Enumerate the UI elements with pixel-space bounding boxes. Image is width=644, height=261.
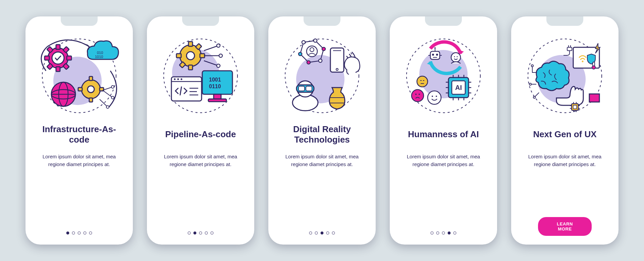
svg-point-120 <box>531 65 533 67</box>
svg-point-44 <box>219 54 222 57</box>
svg-rect-37 <box>200 54 205 58</box>
dot-0[interactable] <box>66 231 69 234</box>
illustration-digital-reality <box>280 34 364 118</box>
svg-point-101 <box>432 96 433 97</box>
svg-point-29 <box>106 106 109 108</box>
svg-text:1010: 1010 <box>95 55 103 59</box>
phone-notch <box>61 16 98 26</box>
dot-4[interactable] <box>453 231 457 234</box>
dot-1[interactable] <box>436 231 439 234</box>
svg-rect-132 <box>573 105 577 109</box>
card-description: Lorem ipsum dolor sit amet, mea regione … <box>399 153 488 168</box>
svg-point-93 <box>417 76 428 87</box>
svg-point-122 <box>533 96 535 98</box>
illustration-infra: 010 1010 <box>37 34 121 118</box>
card-title: Humanness of AI <box>408 124 479 145</box>
svg-point-15 <box>88 86 94 93</box>
dot-1[interactable] <box>72 231 75 234</box>
svg-point-102 <box>436 96 437 97</box>
svg-point-98 <box>415 94 417 95</box>
pagination-dots <box>309 231 335 234</box>
dot-4[interactable] <box>89 231 92 234</box>
svg-point-126 <box>592 66 595 69</box>
svg-point-63 <box>314 39 317 42</box>
card-title: Next Gen of UX <box>533 124 596 145</box>
phone-notch <box>546 16 583 26</box>
svg-rect-130 <box>589 94 599 102</box>
pagination-dots <box>188 231 214 234</box>
pagination-dots <box>66 231 92 234</box>
dot-0[interactable] <box>188 231 191 234</box>
onboarding-card-pipeline: 1001 0110 Pipeline-As-code Lorem ipsum d… <box>147 16 254 245</box>
illustration-pipeline: 1001 0110 <box>159 34 243 118</box>
dot-2[interactable] <box>78 231 81 234</box>
svg-point-99 <box>419 94 420 95</box>
dot-0[interactable] <box>309 231 312 234</box>
svg-point-28 <box>111 96 114 99</box>
svg-point-91 <box>454 56 455 57</box>
svg-rect-82 <box>430 51 440 59</box>
onboarding-card-digital-reality: Digital Reality Technologies Lorem ipsum… <box>268 16 376 245</box>
svg-point-43 <box>217 44 220 47</box>
svg-rect-77 <box>306 86 312 91</box>
dot-1[interactable] <box>194 231 197 234</box>
svg-rect-58 <box>214 94 221 99</box>
svg-rect-5 <box>56 45 60 49</box>
svg-point-97 <box>412 90 424 102</box>
svg-rect-16 <box>89 76 93 81</box>
svg-text:010: 010 <box>97 51 103 55</box>
learn-more-button[interactable]: LEARN MORE <box>538 217 592 236</box>
svg-point-49 <box>177 79 179 80</box>
svg-point-92 <box>457 56 458 57</box>
onboarding-card-infra: 010 1010 <box>25 16 133 245</box>
dot-3[interactable] <box>205 231 208 234</box>
svg-point-87 <box>434 47 436 49</box>
svg-point-66 <box>307 61 310 64</box>
dot-1[interactable] <box>315 231 318 234</box>
svg-point-62 <box>302 41 305 44</box>
svg-rect-46 <box>171 77 202 101</box>
svg-rect-6 <box>56 67 60 71</box>
card-title: Pipeline-As-code <box>165 124 236 145</box>
phone-notch <box>182 16 219 26</box>
card-description: Lorem ipsum dolor sit amet, mea regione … <box>278 153 366 168</box>
svg-point-100 <box>428 91 441 104</box>
dot-2[interactable] <box>199 231 202 234</box>
dot-3[interactable] <box>448 231 451 234</box>
dot-4[interactable] <box>211 231 214 234</box>
svg-point-64 <box>322 47 325 51</box>
svg-point-67 <box>299 52 302 56</box>
card-description: Lorem ipsum dolor sit amet, mea regione … <box>521 153 609 168</box>
dot-3[interactable] <box>84 231 87 234</box>
phone-notch <box>304 16 340 26</box>
svg-rect-17 <box>89 98 93 102</box>
svg-point-48 <box>174 79 176 80</box>
svg-text:1001: 1001 <box>209 77 221 83</box>
svg-rect-36 <box>176 54 181 58</box>
svg-point-124 <box>582 61 584 62</box>
card-title: Infrastructure-As-code <box>35 124 123 145</box>
svg-point-13 <box>52 52 64 64</box>
svg-line-40 <box>204 46 218 51</box>
svg-rect-18 <box>78 88 82 91</box>
card-description: Lorem ipsum dolor sit amet, mea regione … <box>35 153 123 168</box>
illustration-humanness-ai: AI <box>401 34 485 118</box>
dot-2[interactable] <box>321 231 324 234</box>
svg-point-90 <box>451 53 461 62</box>
dot-3[interactable] <box>326 231 329 234</box>
card-description: Lorem ipsum dolor sit amet, mea regione … <box>156 153 245 168</box>
dot-4[interactable] <box>332 231 335 234</box>
svg-rect-76 <box>299 86 305 91</box>
dot-2[interactable] <box>442 231 445 234</box>
phone-notch <box>425 16 462 26</box>
svg-point-50 <box>181 79 182 80</box>
svg-rect-55 <box>202 71 232 94</box>
svg-text:AI: AI <box>455 84 462 91</box>
svg-point-84 <box>436 54 438 56</box>
svg-point-27 <box>111 86 114 88</box>
onboarding-card-humanness-ai: AI Humanness of AI Lorem ipsum dolor sit… <box>390 16 497 245</box>
svg-rect-34 <box>189 42 193 46</box>
dot-0[interactable] <box>431 231 434 234</box>
svg-rect-7 <box>45 56 49 60</box>
onboarding-card-next-gen-ux: Next Gen of UX Lorem ipsum dolor sit ame… <box>511 16 619 245</box>
